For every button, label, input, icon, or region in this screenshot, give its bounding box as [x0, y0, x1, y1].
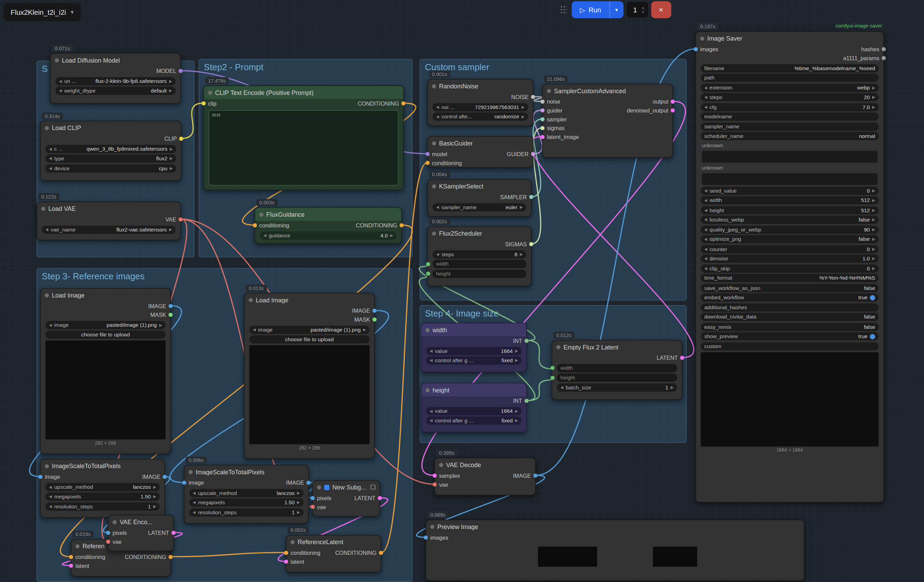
toggle-knob[interactable]	[870, 334, 875, 339]
widget-download_civitai_data[interactable]: download_civitai_datafalse	[701, 313, 879, 321]
node-load-diffusion-model[interactable]: 0.071sLoad Diffusion ModelMODEL◀un ...fl…	[50, 53, 181, 104]
widget-value[interactable]: ◀value1664▶	[426, 347, 521, 355]
output-slot-CONDITIONING[interactable]: CONDITIONING	[356, 222, 399, 229]
input-slot-sampler[interactable]: sampler	[546, 116, 567, 122]
combo-left-arrow-icon[interactable]: ◀	[193, 491, 196, 495]
combo-left-arrow-icon[interactable]: ◀	[59, 88, 62, 93]
upload-button[interactable]: choose file to upload	[45, 331, 165, 339]
collapse-dot[interactable]	[45, 293, 49, 297]
output-slot-IMAGE[interactable]: IMAGE	[148, 303, 167, 309]
widget-weight_dtype[interactable]: ◀weight_dtypedefault▶	[55, 87, 175, 95]
node-header[interactable]: height	[421, 384, 526, 397]
node-vae-encode[interactable]: VAE Enco...pixelsLATENTvae	[108, 515, 174, 551]
widget-megapixels[interactable]: ◀megapixels1.50▶	[45, 493, 160, 501]
input-slot-pixels[interactable]: pixels	[112, 530, 127, 536]
output-slot-NOISE[interactable]: NOISE	[511, 94, 530, 100]
output-slot-a1111_params[interactable]: a1111_params	[843, 55, 880, 61]
output-slot-SAMPLER[interactable]: SAMPLER	[500, 194, 528, 200]
combo-left-arrow-icon[interactable]: ◀	[436, 114, 439, 119]
combo-right-arrow-icon[interactable]: ▶	[297, 491, 300, 495]
combo-right-arrow-icon[interactable]: ▶	[872, 105, 876, 109]
combo-left-arrow-icon[interactable]: ◀	[429, 348, 432, 353]
text-area[interactable]	[702, 151, 878, 162]
input-slot-sigmas[interactable]: sigmas	[546, 125, 565, 131]
node-header[interactable]: BasicGuider	[428, 137, 533, 150]
widget-device[interactable]: ◀devicecpu▶	[45, 164, 176, 172]
combo-right-arrow-icon[interactable]: ▶	[671, 385, 674, 390]
combo-left-arrow-icon[interactable]: ◀	[429, 418, 432, 423]
widget-filename[interactable]: filename%time_%basemodelname_%seed	[701, 64, 879, 72]
prompt-textarea[interactable]: text	[208, 110, 398, 185]
combo-left-arrow-icon[interactable]: ◀	[561, 385, 564, 390]
widget-control afte...[interactable]: ◀control afte...randomize▶	[432, 112, 528, 121]
combo-right-arrow-icon[interactable]: ▶	[169, 88, 172, 93]
input-slot-noise[interactable]: noise	[546, 98, 560, 105]
combo-left-arrow-icon[interactable]: ◀	[704, 85, 707, 90]
node-canvas[interactable]: Flux2Klein_t2i_i2i ▾ ▷ Run ▾ 1 ∧ ∨ × SSt…	[0, 0, 924, 582]
widget-vae_name[interactable]: ◀vae_nameflux2-vae.safetensors▶	[42, 225, 176, 234]
input-slot-conditioning[interactable]: conditioning	[289, 550, 320, 556]
combo-right-arrow-icon[interactable]: ▶	[515, 348, 518, 353]
output-slot-CONDITIONING[interactable]: CONDITIONING	[125, 554, 168, 561]
output-slot-GUIDER[interactable]: GUIDER	[507, 151, 530, 157]
widget-additional_hashes[interactable]: additional_hashes	[701, 303, 879, 311]
node-header[interactable]: CLIP Text Encode (Positive Prompt)	[204, 86, 403, 99]
batch-count-input[interactable]: 1 ∧ ∨	[625, 1, 649, 18]
widget-optimize_png[interactable]: ◀optimize_pngfalse▶	[701, 235, 879, 243]
widget-easy_remix[interactable]: easy_remixfalse	[701, 323, 879, 331]
combo-right-arrow-icon[interactable]: ▶	[159, 323, 162, 328]
widget-steps[interactable]: ◀steps20▶	[701, 93, 879, 101]
collapse-dot[interactable]	[249, 298, 253, 302]
combo-right-arrow-icon[interactable]: ▶	[872, 256, 876, 261]
output-slot-denoised_output[interactable]: denoised_output	[627, 107, 670, 114]
step-down-icon[interactable]: ∨	[642, 10, 645, 13]
combo-left-arrow-icon[interactable]: ◀	[429, 409, 432, 414]
node-header[interactable]: ImageScaleToTotalPixels	[41, 460, 165, 473]
widget-denoise[interactable]: ◀denoise1.0▶	[701, 254, 879, 263]
widget-seed_value[interactable]: ◀seed_value0▶	[701, 186, 879, 195]
combo-right-arrow-icon[interactable]: ▶	[297, 510, 300, 514]
input-slot-conditioning[interactable]: conditioning	[431, 160, 462, 166]
input-slot-clip[interactable]: clip	[207, 100, 216, 107]
widget-width[interactable]: width	[557, 364, 677, 372]
combo-right-arrow-icon[interactable]: ▶	[169, 227, 172, 232]
combo-left-arrow-icon[interactable]: ◀	[704, 218, 707, 222]
widget-quality_jpeg_or_webp[interactable]: ◀quality_jpeg_or_webp90▶	[701, 225, 879, 234]
combo-left-arrow-icon[interactable]: ◀	[704, 227, 707, 232]
widget-un ...[interactable]: ◀un ...flux-2-klein-9b-fp8.safetensors▶	[55, 77, 175, 85]
output-slot-output[interactable]: output	[653, 98, 670, 105]
combo-right-arrow-icon[interactable]: ▶	[170, 147, 173, 151]
input-slot-vae[interactable]: vae	[438, 481, 448, 488]
combo-left-arrow-icon[interactable]: ◀	[253, 327, 256, 332]
output-slot-MASK[interactable]: MASK	[150, 312, 168, 318]
collapse-dot[interactable]	[430, 524, 434, 529]
output-slot-IMAGE[interactable]: IMAGE	[513, 472, 532, 479]
widget-cfg[interactable]: ◀cfg7.0▶	[701, 103, 879, 111]
drag-handle[interactable]	[560, 5, 567, 15]
node-clip-text-encode[interactable]: 17.478sCLIP Text Encode (Positive Prompt…	[203, 85, 404, 190]
node-load-vae[interactable]: 0.122sLoad VAEVAE◀vae_nameflux2-vae.safe…	[36, 201, 181, 241]
widget-image[interactable]: ◀imagepasted/image (1).png▶	[45, 321, 165, 329]
combo-left-arrow-icon[interactable]: ◀	[49, 504, 52, 509]
widget-embed_workflow[interactable]: embed_workflowtrue	[701, 293, 879, 302]
node-flux2-scheduler[interactable]: 0.002sFlux2SchedulerSIGMAS◀steps8▶widthh…	[427, 226, 532, 287]
widget-width[interactable]: width	[432, 260, 526, 268]
run-button[interactable]: ▷ Run	[572, 1, 609, 18]
combo-right-arrow-icon[interactable]: ▶	[872, 247, 876, 251]
output-slot-IMAGE[interactable]: IMAGE	[352, 308, 371, 314]
widget-upscale_method[interactable]: ◀upscale_methodlanczos▶	[45, 483, 160, 491]
collapse-dot[interactable]	[45, 126, 49, 130]
widget-steps[interactable]: ◀steps8▶	[432, 250, 526, 258]
node-header[interactable]: Load Image	[41, 289, 170, 302]
run-options-button[interactable]: ▾	[610, 1, 623, 18]
combo-left-arrow-icon[interactable]: ◀	[49, 485, 52, 490]
collapse-dot[interactable]	[317, 485, 321, 489]
collapse-dot[interactable]	[45, 464, 49, 468]
input-slot-images[interactable]: images	[429, 534, 449, 541]
widget-show_preview[interactable]: show_previewtrue	[701, 332, 879, 341]
collapse-dot[interactable]	[700, 36, 704, 40]
widget-value[interactable]: ◀value1664▶	[426, 407, 521, 415]
output-slot-hashes[interactable]: hashes	[861, 46, 881, 53]
node-random-noise[interactable]: 0.001sRandomNoiseNOISE◀noi ...7292199675…	[427, 79, 533, 126]
collapse-dot[interactable]	[55, 58, 59, 62]
